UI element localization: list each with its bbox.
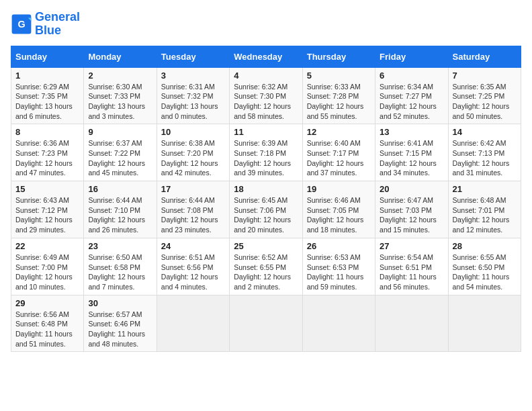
day-info: Sunrise: 6:55 AMSunset: 6:50 PMDaylight:…	[453, 253, 517, 292]
day-number: 7	[453, 71, 517, 81]
day-number: 4	[234, 71, 298, 81]
logo-text2: Blue	[35, 24, 80, 38]
calendar-cell: 3Sunrise: 6:31 AMSunset: 7:32 PMDaylight…	[157, 67, 229, 124]
day-info: Sunrise: 6:54 AMSunset: 6:51 PMDaylight:…	[380, 253, 443, 292]
weekday-header-saturday: Saturday	[448, 46, 521, 67]
calendar-week-row: 22Sunrise: 6:49 AMSunset: 7:00 PMDayligh…	[11, 238, 521, 295]
day-info: Sunrise: 6:38 AMSunset: 7:20 PMDaylight:…	[161, 138, 225, 178]
calendar-cell: 22Sunrise: 6:49 AMSunset: 7:00 PMDayligh…	[11, 238, 84, 295]
day-info: Sunrise: 6:41 AMSunset: 7:15 PMDaylight:…	[380, 138, 443, 178]
day-number: 13	[380, 127, 443, 137]
calendar-cell: 21Sunrise: 6:48 AMSunset: 7:01 PMDayligh…	[448, 181, 521, 238]
calendar-cell	[302, 295, 375, 352]
day-info: Sunrise: 6:48 AMSunset: 7:01 PMDaylight:…	[453, 195, 517, 235]
calendar-cell: 8Sunrise: 6:36 AMSunset: 7:23 PMDaylight…	[11, 124, 84, 181]
day-number: 18	[234, 184, 298, 194]
day-info: Sunrise: 6:47 AMSunset: 7:03 PMDaylight:…	[380, 195, 443, 235]
logo: G General Blue	[11, 11, 80, 38]
day-info: Sunrise: 6:37 AMSunset: 7:22 PMDaylight:…	[88, 138, 152, 178]
day-info: Sunrise: 6:42 AMSunset: 7:13 PMDaylight:…	[453, 138, 517, 178]
weekday-header-row: SundayMondayTuesdayWednesdayThursdayFrid…	[11, 46, 521, 67]
day-info: Sunrise: 6:50 AMSunset: 6:58 PMDaylight:…	[88, 253, 152, 292]
day-info: Sunrise: 6:52 AMSunset: 6:55 PMDaylight:…	[234, 253, 298, 292]
day-number: 28	[453, 241, 517, 251]
svg-text:G: G	[17, 19, 25, 30]
calendar-cell: 15Sunrise: 6:43 AMSunset: 7:12 PMDayligh…	[11, 181, 84, 238]
day-number: 12	[307, 127, 371, 137]
calendar-cell: 7Sunrise: 6:35 AMSunset: 7:25 PMDaylight…	[448, 67, 521, 124]
day-number: 6	[380, 71, 443, 81]
calendar-cell: 25Sunrise: 6:52 AMSunset: 6:55 PMDayligh…	[230, 238, 302, 295]
day-number: 5	[307, 71, 371, 81]
weekday-header-sunday: Sunday	[11, 46, 84, 67]
day-info: Sunrise: 6:36 AMSunset: 7:23 PMDaylight:…	[15, 138, 79, 178]
logo-icon: G	[11, 13, 32, 35]
day-info: Sunrise: 6:43 AMSunset: 7:12 PMDaylight:…	[15, 195, 79, 235]
day-number: 11	[234, 127, 298, 137]
logo-text: General	[35, 11, 80, 24]
day-number: 22	[15, 241, 79, 251]
day-info: Sunrise: 6:29 AMSunset: 7:35 PMDaylight:…	[15, 82, 79, 122]
calendar-cell: 16Sunrise: 6:44 AMSunset: 7:10 PMDayligh…	[84, 181, 157, 238]
day-info: Sunrise: 6:44 AMSunset: 7:08 PMDaylight:…	[161, 195, 225, 235]
day-number: 2	[88, 71, 152, 81]
day-number: 16	[88, 184, 152, 194]
calendar-cell: 4Sunrise: 6:32 AMSunset: 7:30 PMDaylight…	[230, 67, 302, 124]
day-number: 25	[234, 241, 298, 251]
calendar-cell: 1Sunrise: 6:29 AMSunset: 7:35 PMDaylight…	[11, 67, 84, 124]
day-info: Sunrise: 6:44 AMSunset: 7:10 PMDaylight:…	[88, 195, 152, 235]
day-info: Sunrise: 6:45 AMSunset: 7:06 PMDaylight:…	[234, 195, 298, 235]
calendar-cell: 27Sunrise: 6:54 AMSunset: 6:51 PMDayligh…	[375, 238, 448, 295]
day-number: 24	[161, 241, 225, 251]
day-info: Sunrise: 6:31 AMSunset: 7:32 PMDaylight:…	[161, 82, 225, 122]
day-number: 26	[307, 241, 371, 251]
page-header: G General Blue	[11, 11, 521, 38]
calendar-cell: 19Sunrise: 6:46 AMSunset: 7:05 PMDayligh…	[302, 181, 375, 238]
calendar-cell	[157, 295, 229, 352]
calendar-cell: 30Sunrise: 6:57 AMSunset: 6:46 PMDayligh…	[84, 295, 157, 352]
calendar-cell	[375, 295, 448, 352]
day-number: 8	[15, 127, 79, 137]
day-number: 29	[15, 298, 79, 308]
day-info: Sunrise: 6:32 AMSunset: 7:30 PMDaylight:…	[234, 82, 298, 122]
day-number: 17	[161, 184, 225, 194]
day-info: Sunrise: 6:40 AMSunset: 7:17 PMDaylight:…	[307, 138, 371, 178]
calendar-table: SundayMondayTuesdayWednesdayThursdayFrid…	[11, 46, 521, 353]
calendar-cell: 28Sunrise: 6:55 AMSunset: 6:50 PMDayligh…	[448, 238, 521, 295]
day-number: 21	[453, 184, 517, 194]
day-number: 20	[380, 184, 443, 194]
calendar-cell: 5Sunrise: 6:33 AMSunset: 7:28 PMDaylight…	[302, 67, 375, 124]
calendar-cell: 2Sunrise: 6:30 AMSunset: 7:33 PMDaylight…	[84, 67, 157, 124]
calendar-cell: 26Sunrise: 6:53 AMSunset: 6:53 PMDayligh…	[302, 238, 375, 295]
day-info: Sunrise: 6:34 AMSunset: 7:27 PMDaylight:…	[380, 82, 443, 122]
weekday-header-tuesday: Tuesday	[157, 46, 229, 67]
weekday-header-wednesday: Wednesday	[230, 46, 302, 67]
day-number: 23	[88, 241, 152, 251]
day-info: Sunrise: 6:39 AMSunset: 7:18 PMDaylight:…	[234, 138, 298, 178]
calendar-cell: 10Sunrise: 6:38 AMSunset: 7:20 PMDayligh…	[157, 124, 229, 181]
day-info: Sunrise: 6:51 AMSunset: 6:56 PMDaylight:…	[161, 253, 225, 292]
day-info: Sunrise: 6:49 AMSunset: 7:00 PMDaylight:…	[15, 253, 79, 292]
day-info: Sunrise: 6:57 AMSunset: 6:46 PMDaylight:…	[88, 310, 152, 349]
weekday-header-thursday: Thursday	[302, 46, 375, 67]
weekday-header-friday: Friday	[375, 46, 448, 67]
calendar-cell: 17Sunrise: 6:44 AMSunset: 7:08 PMDayligh…	[157, 181, 229, 238]
calendar-week-row: 29Sunrise: 6:56 AMSunset: 6:48 PMDayligh…	[11, 295, 521, 352]
day-number: 10	[161, 127, 225, 137]
calendar-cell: 12Sunrise: 6:40 AMSunset: 7:17 PMDayligh…	[302, 124, 375, 181]
calendar-cell: 11Sunrise: 6:39 AMSunset: 7:18 PMDayligh…	[230, 124, 302, 181]
calendar-cell: 14Sunrise: 6:42 AMSunset: 7:13 PMDayligh…	[448, 124, 521, 181]
day-info: Sunrise: 6:35 AMSunset: 7:25 PMDaylight:…	[453, 82, 517, 122]
day-number: 14	[453, 127, 517, 137]
day-info: Sunrise: 6:56 AMSunset: 6:48 PMDaylight:…	[15, 310, 79, 349]
day-info: Sunrise: 6:46 AMSunset: 7:05 PMDaylight:…	[307, 195, 371, 235]
calendar-cell	[448, 295, 521, 352]
day-number: 15	[15, 184, 79, 194]
calendar-cell: 6Sunrise: 6:34 AMSunset: 7:27 PMDaylight…	[375, 67, 448, 124]
day-info: Sunrise: 6:53 AMSunset: 6:53 PMDaylight:…	[307, 253, 371, 292]
calendar-cell: 24Sunrise: 6:51 AMSunset: 6:56 PMDayligh…	[157, 238, 229, 295]
day-number: 27	[380, 241, 443, 251]
day-number: 30	[88, 298, 152, 308]
calendar-cell: 29Sunrise: 6:56 AMSunset: 6:48 PMDayligh…	[11, 295, 84, 352]
calendar-cell	[230, 295, 302, 352]
